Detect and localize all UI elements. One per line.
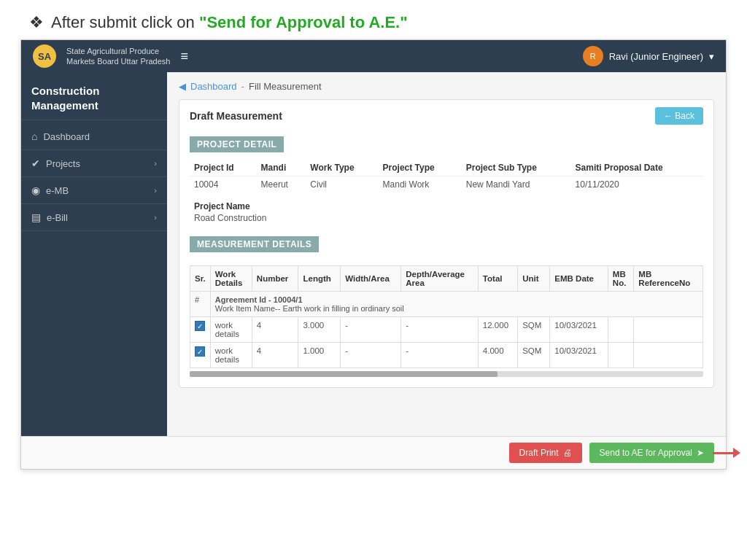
menu-icon[interactable]: ≡ [180, 49, 188, 64]
back-button[interactable]: ← Back [655, 107, 703, 125]
send-to-ae-approval-button[interactable]: Send to AE for Approval ➤ [589, 443, 714, 463]
row2-mb-no [608, 343, 634, 368]
checkbox-checked-icon-2[interactable]: ✓ [195, 346, 205, 357]
col-samiti-date: Samiti Proposal Date [571, 160, 703, 176]
project-sub-type-value: New Mandi Yard [462, 176, 571, 193]
checkbox-checked-icon[interactable]: ✓ [195, 321, 205, 331]
project-detail-row: 10004 Meerut Civil Mandi Work New Mandi … [190, 176, 703, 193]
measurement-table-wrapper: Sr. WorkDetails Number Length Width/Area… [190, 265, 703, 368]
horizontal-scrollbar[interactable] [190, 371, 703, 377]
sidebar-item-emb[interactable]: ◉ e-MB › [21, 177, 167, 204]
ebill-icon: ▤ [31, 211, 41, 223]
print-icon: 🖨 [563, 448, 572, 458]
agreement-row: # Agreement Id - 10004/1 Work Item Name-… [190, 292, 703, 317]
sidebar-label-projects: Projects [46, 158, 80, 169]
draft-print-button[interactable]: Draft Print 🖨 [509, 443, 582, 463]
content-area: ◀ Dashboard - Fill Measurement Draft Mea… [167, 72, 726, 436]
col-mb-no: MBNo. [608, 266, 634, 292]
row1-mb-ref [634, 317, 703, 343]
project-name-value: Road Construction [194, 213, 699, 223]
project-type-value: Mandi Work [379, 176, 462, 193]
breadcrumb-current: Fill Measurement [249, 81, 322, 92]
samiti-date-value: 10/11/2020 [571, 176, 703, 193]
col-project-type: Project Type [379, 160, 462, 176]
breadcrumb: ◀ Dashboard - Fill Measurement [179, 81, 714, 92]
breadcrumb-back-icon[interactable]: ◀ [179, 81, 186, 92]
project-detail-header: PROJECT DETAIL [190, 136, 284, 152]
col-depth-avg: Depth/AverageArea [401, 266, 479, 292]
col-sr: Sr. [190, 266, 211, 292]
projects-icon: ✔ [31, 158, 40, 169]
work-type-value: Civil [306, 176, 378, 193]
agreement-info: Agreement Id - 10004/1 Work Item Name-- … [210, 292, 703, 317]
app-container: SA State Agricultural Produce Markets Bo… [20, 39, 727, 470]
row1-work-details: workdetails [210, 317, 252, 343]
chevron-right-icon-ebill: › [154, 213, 157, 222]
mandi-value: Meerut [257, 176, 306, 193]
project-name-label: Project Name [194, 201, 699, 211]
card-title: Draft Measurement [190, 110, 282, 122]
sidebar-title: ConstructionManagement [21, 72, 167, 120]
chevron-right-icon-emb: › [154, 186, 157, 195]
sidebar-label-dashboard: Dashboard [43, 131, 90, 142]
sidebar-item-dashboard[interactable]: ⌂ Dashboard [21, 123, 167, 150]
arrow-right-icon: ➤ [697, 448, 704, 458]
measurement-details-header: MEASUREMENT DETAILS [190, 236, 319, 252]
agreement-hash: # [190, 292, 211, 317]
row1-width: - [341, 317, 401, 343]
user-name: Ravi (Junior Engineer) [609, 51, 703, 62]
chevron-down-icon: ▾ [709, 51, 714, 62]
home-icon: ⌂ [31, 131, 37, 142]
breadcrumb-separator: - [241, 81, 244, 92]
row1-number: 4 [252, 317, 298, 343]
row2-total: 4.000 [478, 343, 517, 368]
scroll-thumb [190, 371, 498, 377]
instruction-text: After submit click on "Send for Approval… [51, 13, 408, 32]
row1-depth: - [401, 317, 479, 343]
table-row: ✓ workdetails 4 3.000 - - 12.000 SQM [190, 317, 703, 343]
measurement-table: Sr. WorkDetails Number Length Width/Area… [190, 265, 703, 368]
row2-checkbox-cell[interactable]: ✓ [190, 343, 211, 368]
action-bar: Draft Print 🖨 Send to AE for Approval ➤ [21, 436, 726, 469]
avatar: R [583, 46, 603, 66]
project-name-section: Project Name Road Construction [190, 198, 703, 226]
row1-checkbox-cell[interactable]: ✓ [190, 317, 211, 343]
row2-length: 1.000 [298, 343, 341, 368]
row2-width: - [341, 343, 401, 368]
main-layout: ConstructionManagement ⌂ Dashboard ✔ Pro… [21, 72, 726, 436]
row2-mb-ref [634, 343, 703, 368]
chevron-right-icon: › [154, 159, 157, 168]
col-project-id: Project Id [190, 160, 257, 176]
col-total: Total [478, 266, 517, 292]
row1-emb-date: 10/03/2021 [550, 317, 608, 343]
sidebar-label-ebill: e-Bill [47, 212, 68, 223]
emb-icon: ◉ [31, 184, 40, 196]
sidebar-label-emb: e-MB [46, 185, 69, 196]
navbar-left: SA State Agricultural Produce Markets Bo… [33, 44, 188, 68]
project-detail-table: Project Id Mandi Work Type Project Type … [190, 160, 703, 192]
col-length: Length [298, 266, 341, 292]
org-logo: SA [33, 44, 56, 68]
col-project-sub-type: Project Sub Type [462, 160, 571, 176]
sidebar-item-ebill[interactable]: ▤ e-Bill › [21, 204, 167, 231]
sidebar-item-projects[interactable]: ✔ Projects › [21, 150, 167, 177]
user-menu[interactable]: R Ravi (Junior Engineer) ▾ [583, 46, 714, 66]
row2-emb-date: 10/03/2021 [550, 343, 608, 368]
row1-length: 3.000 [298, 317, 341, 343]
sidebar: ConstructionManagement ⌂ Dashboard ✔ Pro… [21, 72, 167, 436]
row2-depth: - [401, 343, 479, 368]
org-name: State Agricultural Produce Markets Board… [66, 46, 170, 67]
row1-total: 12.000 [478, 317, 517, 343]
row2-work-details: workdetails [210, 343, 252, 368]
navbar: SA State Agricultural Produce Markets Bo… [21, 40, 726, 72]
row2-number: 4 [252, 343, 298, 368]
bullet-icon: ❖ [29, 13, 44, 32]
draft-measurement-card: Draft Measurement ← Back PROJECT DETAIL … [179, 99, 714, 388]
col-width-area: Width/Area [341, 266, 401, 292]
col-unit: Unit [518, 266, 550, 292]
col-mb-refno: MBReferenceNo [634, 266, 703, 292]
instruction-area: ❖ After submit click on "Send for Approv… [0, 0, 747, 39]
col-work-type: Work Type [306, 160, 378, 176]
breadcrumb-dashboard-link[interactable]: Dashboard [190, 81, 237, 92]
col-mandi: Mandi [257, 160, 306, 176]
